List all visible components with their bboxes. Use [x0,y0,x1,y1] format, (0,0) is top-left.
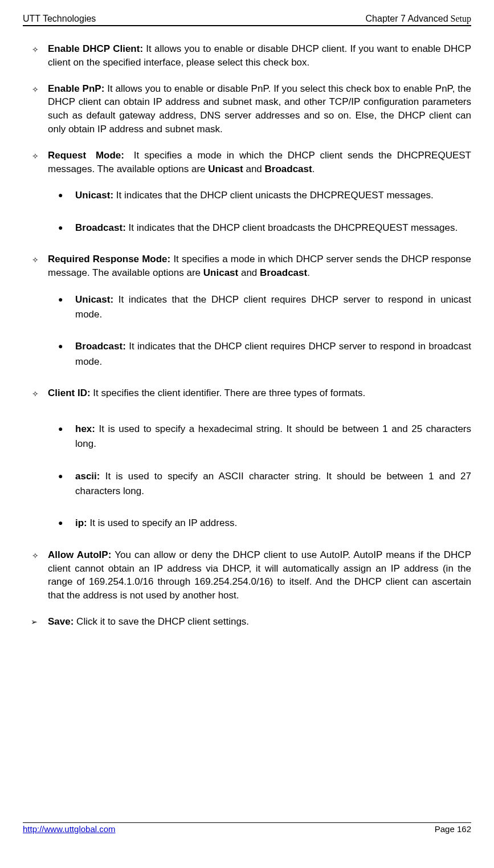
option-ip: ● ip: It is used to specify an IP addres… [58,516,471,531]
param-label: Client ID: [48,388,91,398]
option-ascii: ● ascii: It is used to specify an ASCII … [58,469,471,499]
diamond-icon: ✧ [32,548,48,563]
option-label: Unicast: [75,190,113,201]
page-footer: http://www.uttglobal.com Page 162 [23,822,471,834]
header-chapter: Chapter 7 Advanced [366,14,448,23]
action-body: Save: Click it to save the DHCP client s… [48,615,471,629]
page-header: UTT Technologies Chapter 7 Advanced Setu… [23,14,471,25]
option-body: ascii: It is used to specify an ASCII ch… [75,469,471,499]
param-request-mode: ✧ Request Mode: It specifies a mode in w… [32,149,471,176]
diamond-icon: ✧ [32,149,48,164]
bullet-icon: ● [58,422,75,435]
header-right: Chapter 7 Advanced Setup [366,14,471,24]
footer-link[interactable]: http://www.uttglobal.com [23,824,116,834]
option-text: It indicates that the DHCP client requir… [75,294,471,320]
bullet-icon: ● [58,516,75,529]
param-enable-pnp: ✧ Enable PnP: It allows you to enable or… [32,82,471,136]
header-rule [23,25,471,26]
bullet-icon: ● [58,339,75,353]
param-text: It specifies the client identifier. Ther… [93,388,365,398]
bullet-icon: ● [58,188,75,202]
param-text: It allows you to enable or disable PnP. … [48,83,471,135]
diamond-icon: ✧ [32,82,48,97]
option-broadcast: ● Broadcast: It indicates that the DHCP … [58,221,471,235]
param-label: Required Response Mode: [48,254,170,264]
param-body: Request Mode: It specifies a mode in whi… [48,149,471,176]
param-enable-dhcp-client: ✧ Enable DHCP Client: It allows you to e… [32,42,471,70]
option-label: hex: [75,423,95,434]
bullet-icon: ● [58,221,75,234]
action-save: ➢ Save: Click it to save the DHCP client… [31,615,471,629]
param-label: Enable DHCP Client: [48,43,143,54]
option-unicast: ● Unicast: It indicates that the DHCP cl… [58,188,471,203]
param-body: Client ID: It specifies the client ident… [48,386,471,400]
diamond-icon: ✧ [32,42,48,57]
option-text: It is used to specify an IP address. [87,517,237,528]
param-required-response-mode: ✧ Required Response Mode: It specifies a… [32,252,471,280]
content-area: ✧ Enable DHCP Client: It allows you to e… [23,42,471,822]
bullet-icon: ● [58,292,75,306]
param-client-id: ✧ Client ID: It specifies the client ide… [32,386,471,401]
bullet-icon: ● [58,469,75,483]
option-label: Broadcast: [75,222,126,233]
option-body: hex: It is used to specify a hexadecimal… [75,422,471,452]
option-body: Broadcast: It indicates that the DHCP cl… [75,221,471,235]
action-text: Click it to save the DHCP client setting… [74,616,249,627]
param-label: Request Mode: [48,150,124,161]
param-label: Enable PnP: [48,83,104,94]
footer-page-number: Page 162 [435,824,471,834]
param-body: Enable PnP: It allows you to enable or d… [48,82,471,136]
option-label: Unicast: [75,294,113,305]
option-hex: ● hex: It is used to specify a hexadecim… [58,422,471,452]
option-label: Broadcast: [75,341,126,352]
action-label: Save: [48,616,74,627]
option-text: It is used to specify an ASCII character… [75,471,471,496]
param-label: Allow AutoIP: [48,549,111,560]
param-body: Required Response Mode: It specifies a m… [48,252,471,280]
header-setup: Setup [448,14,471,23]
option-body: Broadcast: It indicates that the DHCP cl… [75,339,471,369]
header-left: UTT Technologies [23,14,96,24]
option-body: Unicast: It indicates that the DHCP clie… [75,188,471,203]
option-text: It indicates that the DHCP client unicas… [113,190,434,201]
option-label: ip: [75,517,87,528]
param-allow-autoip: ✧ Allow AutoIP: You can allow or deny th… [32,548,471,602]
option-label: ascii: [75,471,100,482]
option-text: It indicates that the DHCP client broadc… [126,222,458,233]
triangle-icon: ➢ [31,615,48,629]
option-text: It is used to specify a hexadecimal stri… [75,423,471,449]
option-unicast-response: ● Unicast: It indicates that the DHCP cl… [58,292,471,323]
option-text: It indicates that the DHCP client requir… [75,341,471,366]
document-page: UTT Technologies Chapter 7 Advanced Setu… [0,0,494,868]
option-body: Unicast: It indicates that the DHCP clie… [75,292,471,323]
option-body: ip: It is used to specify an IP address. [75,516,471,531]
diamond-icon: ✧ [32,386,48,401]
option-broadcast-response: ● Broadcast: It indicates that the DHCP … [58,339,471,369]
diamond-icon: ✧ [32,252,48,267]
param-body: Allow AutoIP: You can allow or deny the … [48,548,471,602]
param-body: Enable DHCP Client: It allows you to ena… [48,42,471,70]
